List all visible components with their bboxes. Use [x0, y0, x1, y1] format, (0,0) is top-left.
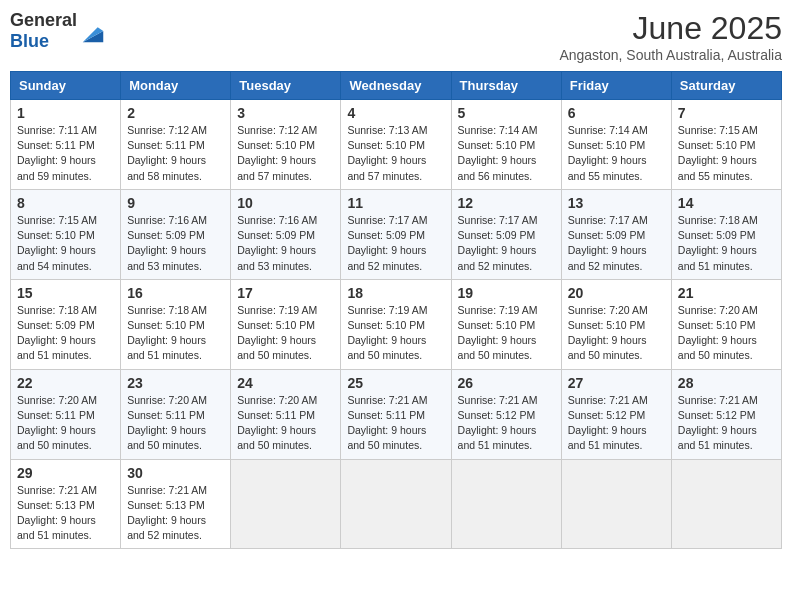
- day-info: Sunrise: 7:17 AM Sunset: 5:09 PM Dayligh…: [568, 213, 665, 274]
- calendar-cell: [341, 459, 451, 549]
- month-title: June 2025: [559, 10, 782, 47]
- calendar-cell: 17 Sunrise: 7:19 AM Sunset: 5:10 PM Dayl…: [231, 279, 341, 369]
- day-info: Sunrise: 7:14 AM Sunset: 5:10 PM Dayligh…: [568, 123, 665, 184]
- day-info: Sunrise: 7:19 AM Sunset: 5:10 PM Dayligh…: [458, 303, 555, 364]
- day-number: 14: [678, 195, 775, 211]
- day-info: Sunrise: 7:15 AM Sunset: 5:10 PM Dayligh…: [678, 123, 775, 184]
- day-number: 10: [237, 195, 334, 211]
- calendar-cell: 5 Sunrise: 7:14 AM Sunset: 5:10 PM Dayli…: [451, 100, 561, 190]
- day-number: 22: [17, 375, 114, 391]
- day-info: Sunrise: 7:12 AM Sunset: 5:11 PM Dayligh…: [127, 123, 224, 184]
- calendar-cell: 23 Sunrise: 7:20 AM Sunset: 5:11 PM Dayl…: [121, 369, 231, 459]
- day-number: 29: [17, 465, 114, 481]
- day-number: 26: [458, 375, 555, 391]
- day-info: Sunrise: 7:14 AM Sunset: 5:10 PM Dayligh…: [458, 123, 555, 184]
- day-number: 28: [678, 375, 775, 391]
- day-number: 19: [458, 285, 555, 301]
- weekday-header: Thursday: [451, 72, 561, 100]
- calendar-week-row: 8 Sunrise: 7:15 AM Sunset: 5:10 PM Dayli…: [11, 189, 782, 279]
- header: General Blue June 2025 Angaston, South A…: [10, 10, 782, 63]
- calendar-cell: 1 Sunrise: 7:11 AM Sunset: 5:11 PM Dayli…: [11, 100, 121, 190]
- calendar-week-row: 22 Sunrise: 7:20 AM Sunset: 5:11 PM Dayl…: [11, 369, 782, 459]
- calendar-cell: 18 Sunrise: 7:19 AM Sunset: 5:10 PM Dayl…: [341, 279, 451, 369]
- calendar-cell: [561, 459, 671, 549]
- day-info: Sunrise: 7:21 AM Sunset: 5:12 PM Dayligh…: [678, 393, 775, 454]
- day-info: Sunrise: 7:20 AM Sunset: 5:10 PM Dayligh…: [678, 303, 775, 364]
- day-info: Sunrise: 7:12 AM Sunset: 5:10 PM Dayligh…: [237, 123, 334, 184]
- logo-general-text: General: [10, 10, 77, 31]
- day-number: 18: [347, 285, 444, 301]
- day-number: 3: [237, 105, 334, 121]
- location: Angaston, South Australia, Australia: [559, 47, 782, 63]
- calendar-week-row: 1 Sunrise: 7:11 AM Sunset: 5:11 PM Dayli…: [11, 100, 782, 190]
- day-number: 5: [458, 105, 555, 121]
- title-area: June 2025 Angaston, South Australia, Aus…: [559, 10, 782, 63]
- day-number: 2: [127, 105, 224, 121]
- calendar-cell: 2 Sunrise: 7:12 AM Sunset: 5:11 PM Dayli…: [121, 100, 231, 190]
- calendar-cell: 4 Sunrise: 7:13 AM Sunset: 5:10 PM Dayli…: [341, 100, 451, 190]
- day-number: 8: [17, 195, 114, 211]
- day-info: Sunrise: 7:21 AM Sunset: 5:13 PM Dayligh…: [127, 483, 224, 544]
- calendar-cell: 29 Sunrise: 7:21 AM Sunset: 5:13 PM Dayl…: [11, 459, 121, 549]
- day-info: Sunrise: 7:19 AM Sunset: 5:10 PM Dayligh…: [237, 303, 334, 364]
- calendar-cell: 19 Sunrise: 7:19 AM Sunset: 5:10 PM Dayl…: [451, 279, 561, 369]
- calendar-cell: 21 Sunrise: 7:20 AM Sunset: 5:10 PM Dayl…: [671, 279, 781, 369]
- day-info: Sunrise: 7:13 AM Sunset: 5:10 PM Dayligh…: [347, 123, 444, 184]
- day-info: Sunrise: 7:19 AM Sunset: 5:10 PM Dayligh…: [347, 303, 444, 364]
- calendar-cell: 28 Sunrise: 7:21 AM Sunset: 5:12 PM Dayl…: [671, 369, 781, 459]
- calendar-cell: 25 Sunrise: 7:21 AM Sunset: 5:11 PM Dayl…: [341, 369, 451, 459]
- day-number: 12: [458, 195, 555, 211]
- day-info: Sunrise: 7:18 AM Sunset: 5:10 PM Dayligh…: [127, 303, 224, 364]
- day-number: 27: [568, 375, 665, 391]
- calendar-cell: 30 Sunrise: 7:21 AM Sunset: 5:13 PM Dayl…: [121, 459, 231, 549]
- calendar-cell: [671, 459, 781, 549]
- day-number: 4: [347, 105, 444, 121]
- day-info: Sunrise: 7:17 AM Sunset: 5:09 PM Dayligh…: [458, 213, 555, 274]
- logo-icon: [79, 18, 107, 46]
- day-info: Sunrise: 7:20 AM Sunset: 5:11 PM Dayligh…: [127, 393, 224, 454]
- day-number: 15: [17, 285, 114, 301]
- day-number: 17: [237, 285, 334, 301]
- day-number: 16: [127, 285, 224, 301]
- calendar-table: SundayMondayTuesdayWednesdayThursdayFrid…: [10, 71, 782, 549]
- day-number: 6: [568, 105, 665, 121]
- weekday-header: Wednesday: [341, 72, 451, 100]
- calendar-cell: 15 Sunrise: 7:18 AM Sunset: 5:09 PM Dayl…: [11, 279, 121, 369]
- day-number: 20: [568, 285, 665, 301]
- day-info: Sunrise: 7:20 AM Sunset: 5:11 PM Dayligh…: [17, 393, 114, 454]
- calendar-cell: 3 Sunrise: 7:12 AM Sunset: 5:10 PM Dayli…: [231, 100, 341, 190]
- day-number: 21: [678, 285, 775, 301]
- day-info: Sunrise: 7:18 AM Sunset: 5:09 PM Dayligh…: [17, 303, 114, 364]
- day-number: 11: [347, 195, 444, 211]
- day-info: Sunrise: 7:20 AM Sunset: 5:11 PM Dayligh…: [237, 393, 334, 454]
- calendar-cell: 24 Sunrise: 7:20 AM Sunset: 5:11 PM Dayl…: [231, 369, 341, 459]
- calendar-cell: 20 Sunrise: 7:20 AM Sunset: 5:10 PM Dayl…: [561, 279, 671, 369]
- day-number: 23: [127, 375, 224, 391]
- calendar-cell: 9 Sunrise: 7:16 AM Sunset: 5:09 PM Dayli…: [121, 189, 231, 279]
- calendar-cell: 16 Sunrise: 7:18 AM Sunset: 5:10 PM Dayl…: [121, 279, 231, 369]
- day-number: 30: [127, 465, 224, 481]
- day-number: 25: [347, 375, 444, 391]
- day-number: 1: [17, 105, 114, 121]
- day-info: Sunrise: 7:21 AM Sunset: 5:11 PM Dayligh…: [347, 393, 444, 454]
- calendar-cell: 8 Sunrise: 7:15 AM Sunset: 5:10 PM Dayli…: [11, 189, 121, 279]
- weekday-header: Saturday: [671, 72, 781, 100]
- calendar-cell: 14 Sunrise: 7:18 AM Sunset: 5:09 PM Dayl…: [671, 189, 781, 279]
- day-number: 13: [568, 195, 665, 211]
- weekday-header: Sunday: [11, 72, 121, 100]
- day-info: Sunrise: 7:15 AM Sunset: 5:10 PM Dayligh…: [17, 213, 114, 274]
- weekday-header: Friday: [561, 72, 671, 100]
- day-info: Sunrise: 7:16 AM Sunset: 5:09 PM Dayligh…: [127, 213, 224, 274]
- day-number: 9: [127, 195, 224, 211]
- day-info: Sunrise: 7:21 AM Sunset: 5:12 PM Dayligh…: [458, 393, 555, 454]
- calendar-cell: 10 Sunrise: 7:16 AM Sunset: 5:09 PM Dayl…: [231, 189, 341, 279]
- calendar-cell: 13 Sunrise: 7:17 AM Sunset: 5:09 PM Dayl…: [561, 189, 671, 279]
- weekday-header: Monday: [121, 72, 231, 100]
- weekday-header: Tuesday: [231, 72, 341, 100]
- calendar-header-row: SundayMondayTuesdayWednesdayThursdayFrid…: [11, 72, 782, 100]
- day-info: Sunrise: 7:20 AM Sunset: 5:10 PM Dayligh…: [568, 303, 665, 364]
- calendar-cell: 7 Sunrise: 7:15 AM Sunset: 5:10 PM Dayli…: [671, 100, 781, 190]
- calendar-cell: 12 Sunrise: 7:17 AM Sunset: 5:09 PM Dayl…: [451, 189, 561, 279]
- day-info: Sunrise: 7:21 AM Sunset: 5:12 PM Dayligh…: [568, 393, 665, 454]
- calendar-cell: 11 Sunrise: 7:17 AM Sunset: 5:09 PM Dayl…: [341, 189, 451, 279]
